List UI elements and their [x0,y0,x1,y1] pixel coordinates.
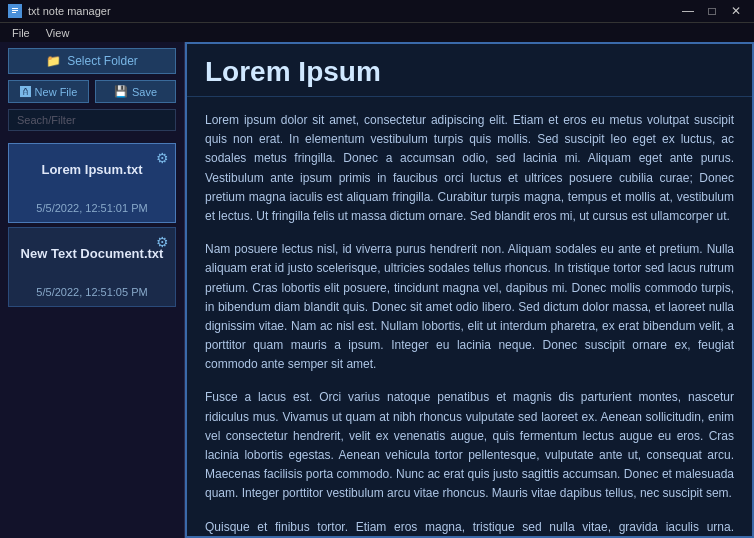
menu-file[interactable]: File [4,25,38,41]
select-folder-button[interactable]: 📁 Select Folder [8,48,176,74]
content-paragraph: Nam posuere lectus nisl, id viverra puru… [205,240,734,374]
new-file-icon: 🅰 [20,86,31,98]
file-date: 5/5/2022, 12:51:05 PM [19,286,165,298]
select-folder-label: Select Folder [67,54,138,68]
folder-icon: 📁 [46,54,61,68]
sidebar: 📁 Select Folder 🅰 New File 💾 Save ⚙ Lore… [0,42,185,538]
minimize-button[interactable]: — [678,3,698,19]
app-title: txt note manager [28,5,111,17]
file-item[interactable]: ⚙ Lorem Ipsum.txt 5/5/2022, 12:51:01 PM [8,143,176,223]
search-input[interactable] [8,109,176,131]
svg-rect-3 [12,12,16,13]
toolbar-row: 🅰 New File 💾 Save [0,80,184,109]
menu-view[interactable]: View [38,25,78,41]
file-item[interactable]: ⚙ New Text Document.txt 5/5/2022, 12:51:… [8,227,176,307]
content-title: Lorem Ipsum [187,44,752,97]
menu-bar: File View [0,22,754,42]
content-body[interactable]: Lorem ipsum dolor sit amet, consectetur … [187,97,752,536]
app-icon [8,4,22,18]
file-settings-icon[interactable]: ⚙ [156,150,169,166]
content-paragraph: Lorem ipsum dolor sit amet, consectetur … [205,111,734,226]
file-list: ⚙ Lorem Ipsum.txt 5/5/2022, 12:51:01 PM … [0,139,184,538]
window-controls: — □ ✕ [678,3,746,19]
content-paragraph: Quisque et finibus tortor. Etiam eros ma… [205,518,734,536]
file-name: New Text Document.txt [19,246,165,261]
content-paragraph: Fusce a lacus est. Orci varius natoque p… [205,388,734,503]
main-layout: 📁 Select Folder 🅰 New File 💾 Save ⚙ Lore… [0,42,754,538]
title-bar-left: txt note manager [8,4,111,18]
save-icon: 💾 [114,85,128,98]
maximize-button[interactable]: □ [702,3,722,19]
file-settings-icon[interactable]: ⚙ [156,234,169,250]
file-name: Lorem Ipsum.txt [19,162,165,177]
close-button[interactable]: ✕ [726,3,746,19]
svg-rect-2 [12,10,18,11]
new-file-label: New File [35,86,78,98]
content-area: Lorem Ipsum Lorem ipsum dolor sit amet, … [185,42,754,538]
new-file-button[interactable]: 🅰 New File [8,80,89,103]
save-button[interactable]: 💾 Save [95,80,176,103]
svg-rect-1 [12,8,18,9]
save-label: Save [132,86,157,98]
file-date: 5/5/2022, 12:51:01 PM [19,202,165,214]
title-bar: txt note manager — □ ✕ [0,0,754,22]
